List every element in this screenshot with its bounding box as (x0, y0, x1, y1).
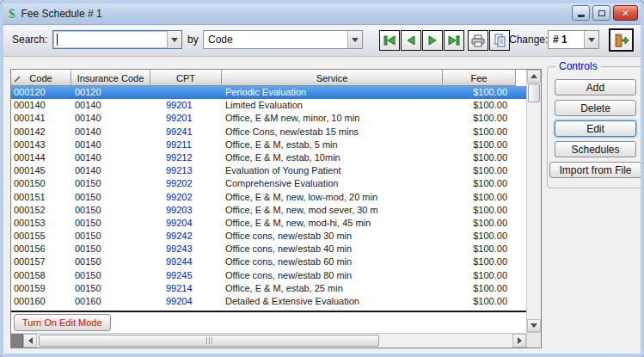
cell-code: 000160 (11, 295, 71, 308)
table-row[interactable]: 0001600016099204Detailed & Extensive Eva… (11, 295, 526, 308)
controls-buttons: AddDeleteEditSchedulesImport from File (548, 79, 643, 178)
table-row[interactable]: 0001450014099213Evaluation of Young Pati… (11, 164, 526, 177)
table-row[interactable]: 0001560015099243Office cons, new/estab 4… (11, 243, 526, 255)
search-dropdown-button[interactable] (167, 31, 181, 48)
cell-fee: $100.00 (443, 217, 516, 230)
search-by-select[interactable]: Code (203, 30, 363, 49)
cell-service: Comprehensive Evaluation (222, 177, 443, 190)
table-row[interactable]: 0001410014099201Office, E &M new, minor,… (11, 112, 526, 125)
scroll-left-button[interactable] (23, 334, 37, 348)
table-row[interactable]: 0001530015099204Office, E & M, new, mod-… (11, 217, 526, 230)
column-header-service[interactable]: Service (222, 70, 443, 86)
controls-button-edit[interactable]: Edit (555, 120, 636, 137)
next-record-icon (427, 35, 438, 46)
horizontal-scrollbar[interactable] (11, 333, 526, 348)
by-label: by (187, 34, 199, 46)
cell-cpt: 99212 (150, 151, 222, 164)
cell-cpt: 99201 (150, 112, 222, 125)
previous-record-icon (406, 35, 416, 46)
turn-on-edit-mode-button[interactable]: Turn On Edit Mode (14, 314, 111, 331)
toolbar: Search: by Code (3, 26, 641, 57)
cell-code: 000155 (11, 230, 71, 243)
vertical-scrollbar[interactable] (526, 70, 541, 348)
cell-service: Office, E & M, estab, 25 min (222, 282, 443, 295)
cell-insurance-code: 00140 (71, 99, 150, 112)
cell-insurance-code: 00140 (71, 151, 150, 164)
table-row[interactable]: 0001400014099201Limited Evaluation$100.0… (11, 99, 526, 112)
cell-code: 000144 (11, 151, 71, 164)
table-row[interactable]: 0001580015099245Office cons, new/estab 8… (11, 269, 526, 282)
vertical-scroll-thumb[interactable] (528, 83, 540, 102)
cell-cpt: 99243 (150, 243, 222, 255)
column-header-code[interactable]: Code (11, 70, 71, 86)
cell-insurance-code: 00150 (71, 282, 150, 295)
cell-service: Limited Evaluation (222, 99, 443, 112)
column-header-fee[interactable]: Fee (443, 70, 516, 86)
cell-insurance-code: 00140 (71, 138, 150, 151)
cell-insurance-code: 00120 (71, 86, 150, 99)
grip-icon (206, 337, 207, 344)
copy-button[interactable] (489, 30, 510, 51)
print-button[interactable] (468, 30, 488, 51)
exit-button[interactable] (609, 28, 634, 52)
controls-button-add[interactable]: Add (555, 79, 636, 95)
table-row[interactable]: 0001550015099242Office cons, new/estab 3… (11, 230, 526, 243)
scroll-down-button[interactable] (527, 319, 541, 332)
table-row[interactable]: 0001500015099202Comprehensive Evaluation… (11, 177, 526, 190)
grid-body: 00012000120Periodic Evaluation$100.00000… (11, 86, 526, 308)
horizontal-scroll-track[interactable] (37, 334, 512, 348)
cell-insurance-code: 00140 (71, 126, 150, 138)
cell-cpt: 99202 (150, 191, 222, 204)
cell-service: Periodic Evaluation (222, 86, 443, 99)
print-icon (471, 34, 485, 47)
scrollbar-corner (527, 332, 541, 348)
cell-fee: $100.00 (443, 138, 516, 151)
minimize-button[interactable] (572, 5, 590, 21)
scroll-up-button[interactable] (527, 70, 541, 83)
table-row[interactable]: 0001510015099202Office, E & M, new, low-… (11, 191, 526, 204)
table-row[interactable]: 00012000120Periodic Evaluation$100.00 (11, 86, 526, 99)
cell-code: 000141 (11, 112, 71, 125)
chevron-down-icon (171, 38, 178, 42)
first-record-button[interactable] (379, 30, 400, 51)
table-row[interactable]: 0001570015099244Office cons, new/estab 6… (11, 255, 526, 268)
table-row[interactable]: 0001590015099214Office, E & M, estab, 25… (11, 282, 526, 295)
table-row[interactable]: 0001420014099241Office Cons, new/estab 1… (11, 126, 526, 138)
scroll-right-button[interactable] (512, 334, 526, 348)
column-header-insurance-code[interactable]: Insurance Code (71, 70, 150, 86)
change-select[interactable]: # 1 (548, 30, 599, 49)
horizontal-scroll-thumb[interactable] (39, 335, 379, 347)
close-button[interactable]: ✕ (613, 5, 638, 21)
cell-insurance-code: 00140 (71, 112, 150, 125)
search-input[interactable] (52, 30, 182, 49)
vertical-scroll-track[interactable] (527, 103, 541, 319)
controls-button-delete[interactable]: Delete (555, 100, 636, 116)
cell-fee: $100.00 (443, 255, 516, 268)
column-header-cpt[interactable]: CPT (150, 70, 222, 86)
previous-record-button[interactable] (401, 30, 421, 51)
cell-code: 000151 (11, 191, 71, 204)
next-record-button[interactable] (422, 30, 443, 51)
table-row[interactable]: 0001520015099203Office, E & M, new, mod … (11, 204, 526, 217)
cell-fee: $100.00 (443, 204, 516, 217)
cell-service: Office cons, new/estab 80 min (222, 269, 443, 282)
cell-code: 000159 (11, 282, 71, 295)
search-by-dropdown-button[interactable] (347, 31, 362, 48)
text-caret (57, 34, 58, 46)
change-dropdown-button[interactable] (584, 31, 598, 48)
cell-code: 000120 (11, 86, 71, 99)
cell-insurance-code: 00150 (71, 255, 150, 268)
cell-cpt: 99204 (150, 295, 222, 308)
controls-button-import-from-file[interactable]: Import from File (549, 162, 641, 178)
first-record-icon (383, 35, 396, 46)
cell-fee: $100.00 (443, 151, 516, 164)
maximize-button[interactable] (592, 5, 610, 21)
cell-code: 000156 (11, 243, 71, 255)
change-label: Change: (509, 34, 548, 46)
chevron-down-icon (588, 38, 595, 42)
table-row[interactable]: 0001430014099211Office, E & M, estab, 5 … (11, 138, 526, 151)
table-row[interactable]: 0001440014099212Office, E & M, estab, 10… (11, 151, 526, 164)
cell-insurance-code: 00150 (71, 204, 150, 217)
last-record-button[interactable] (444, 30, 464, 51)
controls-button-schedules[interactable]: Schedules (555, 141, 636, 157)
